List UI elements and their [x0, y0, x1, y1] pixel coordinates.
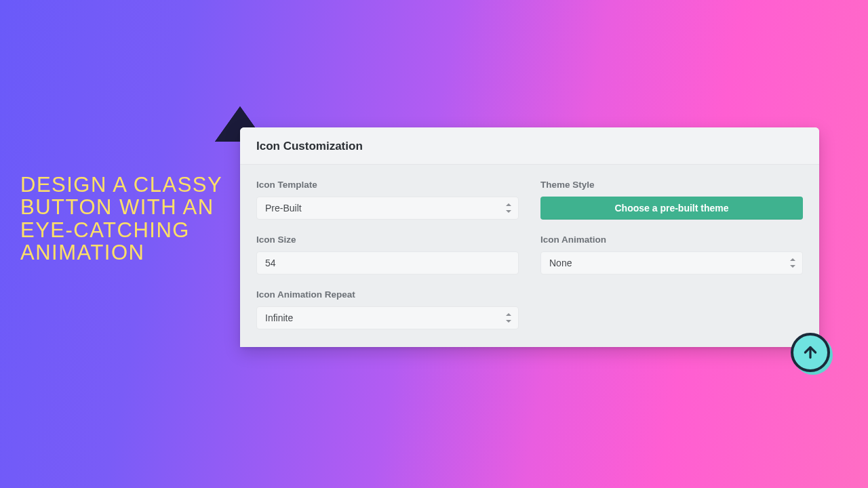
- choose-theme-button-label: Choose a pre-built theme: [614, 203, 728, 214]
- panel-header: Icon Customization: [240, 127, 819, 165]
- field-icon-animation-repeat: Icon Animation Repeat Infinite: [256, 289, 519, 329]
- label-theme-style: Theme Style: [540, 180, 803, 190]
- panel-body: Icon Template Pre-Built Theme Style Choo…: [240, 165, 819, 347]
- scroll-to-top-button[interactable]: [791, 333, 830, 372]
- input-icon-size-value: 54: [265, 258, 276, 268]
- arrow-up-icon: [802, 344, 819, 361]
- field-icon-size: Icon Size 54: [256, 235, 519, 274]
- select-icon-animation[interactable]: None: [540, 251, 803, 274]
- icon-customization-panel: Icon Customization Icon Template Pre-Bui…: [240, 127, 819, 347]
- input-icon-size[interactable]: 54: [256, 251, 519, 274]
- panel-title: Icon Customization: [256, 140, 803, 153]
- field-theme-style: Theme Style Choose a pre-built theme: [540, 180, 803, 220]
- select-icon-animation-repeat[interactable]: Infinite: [256, 306, 519, 329]
- chevron-updown-icon: [506, 203, 513, 213]
- select-icon-animation-value: None: [549, 258, 572, 268]
- label-icon-template: Icon Template: [256, 180, 519, 190]
- select-icon-template[interactable]: Pre-Built: [256, 197, 519, 220]
- select-icon-template-value: Pre-Built: [265, 203, 302, 214]
- label-icon-animation-repeat: Icon Animation Repeat: [256, 289, 519, 300]
- field-icon-animation: Icon Animation None: [540, 235, 803, 274]
- field-icon-template: Icon Template Pre-Built: [256, 180, 519, 220]
- chevron-updown-icon: [790, 258, 797, 268]
- choose-theme-button[interactable]: Choose a pre-built theme: [540, 197, 803, 220]
- label-icon-animation: Icon Animation: [540, 235, 803, 245]
- chevron-updown-icon: [506, 313, 513, 323]
- label-icon-size: Icon Size: [256, 235, 519, 245]
- select-icon-animation-repeat-value: Infinite: [265, 312, 293, 323]
- hero-headline: DESIGN A CLASSY BUTTON WITH AN EYE-CATCH…: [20, 174, 224, 264]
